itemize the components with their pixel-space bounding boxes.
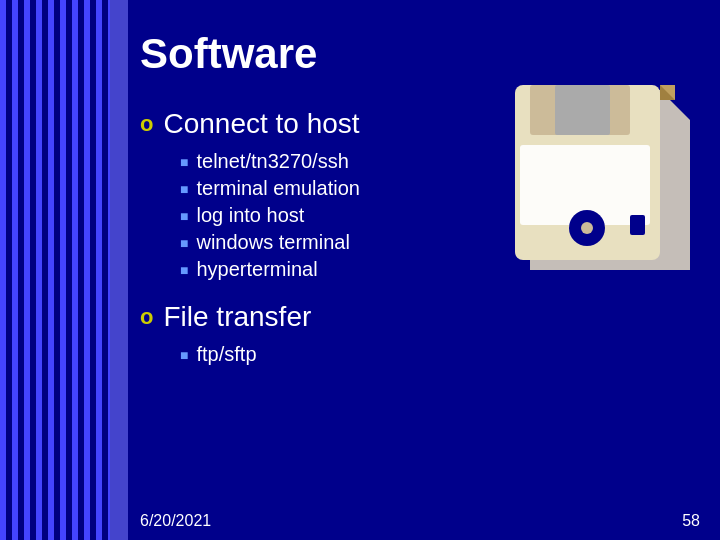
- bullet-o-2: o: [140, 304, 153, 330]
- accent-bar: [110, 0, 128, 540]
- section-filetransfer: o File transfer ■ ftp/sftp: [140, 301, 700, 366]
- bullet-o-1: o: [140, 111, 153, 137]
- item-ftp: ftp/sftp: [196, 343, 256, 366]
- item-windows-terminal: windows terminal: [196, 231, 349, 254]
- svg-point-6: [581, 222, 593, 234]
- footer-page: 58: [682, 512, 700, 530]
- item-log-into-host: log into host: [196, 204, 304, 227]
- svg-rect-3: [555, 85, 610, 135]
- section-connect-label: Connect to host: [163, 108, 359, 140]
- svg-rect-7: [630, 215, 645, 235]
- list-item: ■ ftp/sftp: [180, 343, 700, 366]
- sub-bullet-icon: ■: [180, 154, 188, 170]
- section-filetransfer-label: File transfer: [163, 301, 311, 333]
- slide-title: Software: [140, 30, 700, 78]
- section-filetransfer-heading: o File transfer: [140, 301, 700, 333]
- sub-bullet-icon: ■: [180, 262, 188, 278]
- item-terminal-emulation: terminal emulation: [196, 177, 359, 200]
- item-telnet: telnet/tn3270/ssh: [196, 150, 348, 173]
- sub-bullet-icon: ■: [180, 235, 188, 251]
- sub-bullet-icon: ■: [180, 347, 188, 363]
- slide-footer: 6/20/2021 58: [140, 512, 700, 530]
- filetransfer-list: ■ ftp/sftp: [140, 343, 700, 366]
- sub-bullet-icon: ■: [180, 208, 188, 224]
- item-hyperterminal: hyperterminal: [196, 258, 317, 281]
- footer-date: 6/20/2021: [140, 512, 211, 530]
- sub-bullet-icon: ■: [180, 181, 188, 197]
- floppy-disk-illustration: [500, 80, 700, 280]
- left-decoration: [0, 0, 110, 540]
